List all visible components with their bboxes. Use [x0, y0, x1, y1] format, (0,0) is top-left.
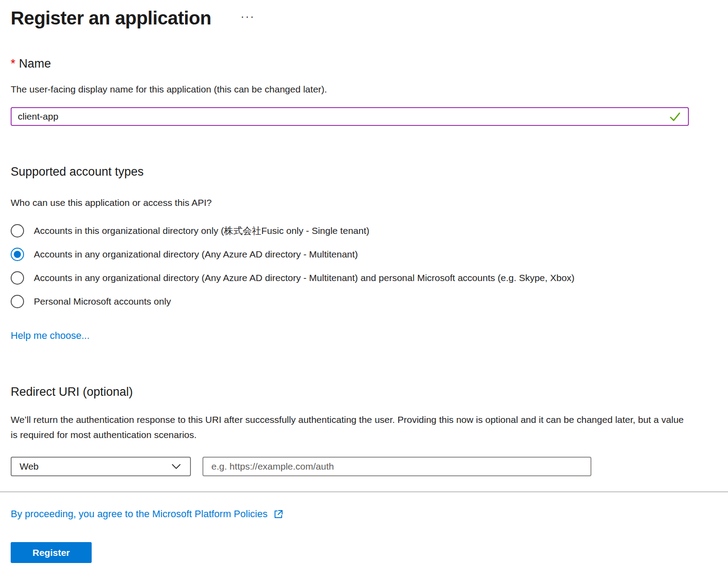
name-input[interactable] — [18, 111, 668, 122]
radio-button[interactable] — [11, 271, 24, 285]
name-label: *Name — [11, 57, 717, 71]
help-me-choose-link[interactable]: Help me choose... — [11, 330, 89, 342]
radio-button[interactable] — [11, 295, 24, 308]
radio-label: Accounts in any organizational directory… — [34, 273, 574, 283]
policy-row: By proceeding, you agree to the Microsof… — [11, 508, 717, 520]
platform-policies-link[interactable]: By proceeding, you agree to the Microsof… — [11, 508, 267, 520]
account-types-question: Who can use this application or access t… — [11, 197, 717, 208]
radio-label: Accounts in any organizational directory… — [34, 249, 358, 260]
account-type-option-multitenant-personal[interactable]: Accounts in any organizational directory… — [11, 266, 717, 290]
name-input-wrapper — [11, 107, 689, 126]
account-types-heading: Supported account types — [11, 165, 717, 179]
account-type-options: Accounts in this organizational director… — [11, 219, 717, 313]
account-type-option-personal-only[interactable]: Personal Microsoft accounts only — [11, 290, 717, 313]
footer-divider — [0, 491, 728, 492]
account-type-option-multitenant[interactable]: Accounts in any organizational directory… — [11, 242, 717, 266]
page-title: Register an application — [11, 6, 211, 30]
platform-select[interactable]: Web — [11, 457, 191, 476]
redirect-uri-heading: Redirect URI (optional) — [11, 385, 717, 399]
external-link-icon — [273, 509, 283, 519]
page-header: Register an application ··· — [11, 6, 717, 30]
radio-label: Personal Microsoft accounts only — [34, 296, 171, 307]
redirect-uri-input-wrapper — [202, 457, 591, 476]
redirect-uri-description: We’ll return the authentication response… — [11, 412, 692, 442]
chevron-down-icon — [170, 461, 182, 472]
ellipsis-icon[interactable]: ··· — [239, 12, 257, 21]
radio-label: Accounts in this organizational director… — [34, 225, 369, 237]
platform-select-value: Web — [20, 461, 39, 472]
radio-button[interactable] — [11, 224, 24, 237]
account-type-option-single-tenant[interactable]: Accounts in this organizational director… — [11, 219, 717, 242]
redirect-uri-row: Web — [11, 457, 717, 476]
name-description: The user-facing display name for this ap… — [11, 84, 717, 95]
name-label-text: Name — [19, 57, 51, 70]
register-button[interactable]: Register — [11, 542, 92, 563]
redirect-uri-input[interactable] — [210, 461, 583, 472]
radio-button[interactable] — [11, 248, 24, 261]
checkmark-icon — [668, 110, 682, 123]
register-application-page: Register an application ··· *Name The us… — [0, 0, 728, 563]
required-marker: * — [11, 57, 16, 70]
